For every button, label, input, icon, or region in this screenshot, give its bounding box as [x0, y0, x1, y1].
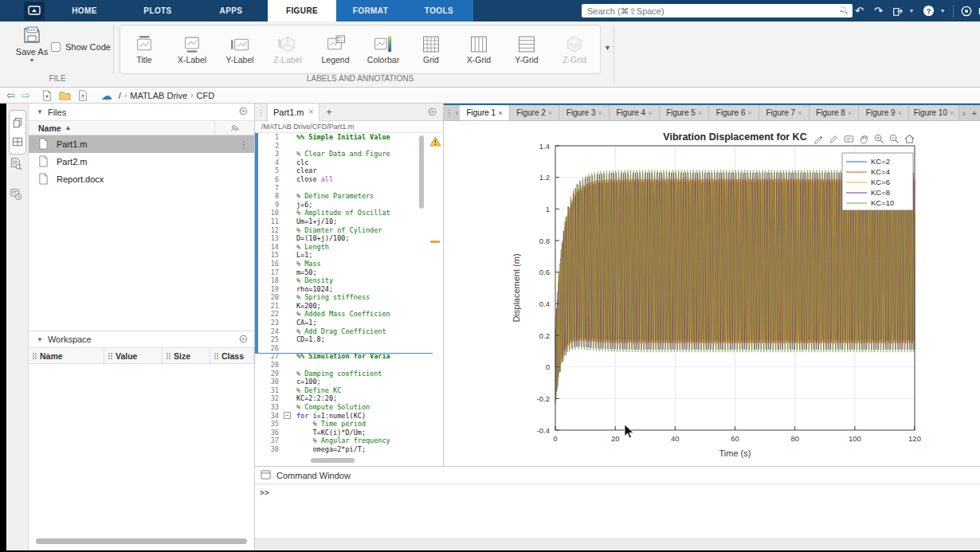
toolstrip-tab-home[interactable]: HOME [48, 0, 121, 22]
figure-tab-figure-6[interactable]: Figure 6× [709, 105, 759, 120]
panel-menu-icon[interactable] [239, 335, 248, 345]
toolstrip-tab-tools[interactable]: TOOLS [405, 0, 473, 22]
new-file-icon[interactable] [41, 90, 53, 101]
figure-tab-figure-3[interactable]: Figure 3× [559, 105, 610, 120]
checkbox-icon[interactable] [51, 42, 61, 52]
collapse-triangle-icon[interactable]: ▼ [37, 336, 43, 343]
export-caret-icon[interactable]: ▾ [910, 7, 916, 14]
code-line[interactable] [296, 344, 443, 353]
code-line[interactable]: K=200; [296, 302, 443, 311]
code-line[interactable]: c=100; [296, 378, 443, 386]
title-button[interactable]: Title [120, 35, 168, 65]
x-grid-button[interactable]: X-Grid [455, 35, 503, 65]
code-line[interactable]: % Damping coefficient [296, 370, 443, 378]
cloud-drive-icon[interactable]: ☁ [101, 89, 112, 102]
workspace-column-name[interactable]: Name [29, 348, 104, 363]
shared-column-icon[interactable] [214, 121, 254, 135]
command-window-scroll-track[interactable] [255, 538, 980, 550]
workspace-column-value[interactable]: Value [104, 348, 163, 363]
files-horizontal-scrollbar[interactable] [36, 538, 247, 544]
figure-tab-figure-2[interactable]: Figure 2× [510, 105, 560, 120]
account-icon[interactable] [959, 4, 973, 18]
layout-grid-icon[interactable] [10, 132, 25, 151]
close-icon[interactable]: × [798, 109, 802, 117]
close-icon[interactable]: × [548, 109, 552, 117]
files-panel-icon[interactable] [10, 113, 25, 132]
close-icon[interactable]: × [950, 109, 954, 117]
upload-icon[interactable] [77, 90, 88, 101]
tab-scroll-right-icon[interactable]: › [959, 105, 969, 120]
tab-scroll-left-icon[interactable]: ⋮ ‹ [444, 105, 460, 120]
breadcrumb-item[interactable]: CFD [196, 91, 214, 100]
figure-1-plot[interactable]: 020406080100120-0.4-0.200.20.40.60.811.2… [444, 127, 980, 466]
code-line[interactable]: D=(10+j)/100; [296, 234, 443, 243]
files-column-header[interactable]: Name ▲ [29, 121, 254, 135]
history-icon[interactable] [10, 188, 22, 204]
matlab-logo[interactable] [24, 2, 45, 20]
show-code-checkbox[interactable]: Show Code [51, 42, 111, 52]
files-panel-header[interactable]: ▼ Files [29, 104, 254, 121]
save-as-button[interactable]: Save As ▾ [11, 26, 53, 64]
file-search-icon[interactable] [10, 158, 22, 174]
toolstrip-tab-apps[interactable]: APPS [194, 0, 268, 22]
editor-vertical-scrollbar[interactable] [419, 135, 424, 209]
code-line[interactable] [296, 361, 443, 370]
colorbar-button[interactable]: Colorbar [359, 35, 407, 65]
close-icon[interactable]: × [498, 109, 502, 117]
code-line[interactable]: % Diamter of Cylinder [296, 226, 443, 235]
toolstrip-tab-format[interactable]: FORMAT [336, 0, 405, 22]
code-line[interactable]: % Mass [296, 260, 443, 268]
code-line[interactable]: rho=1024; [296, 285, 443, 294]
close-icon[interactable]: × [698, 109, 702, 117]
sort-ascending-icon[interactable]: ▲ [65, 124, 72, 131]
grid-button[interactable]: Grid [407, 35, 455, 65]
close-icon[interactable]: × [848, 109, 852, 117]
new-figure-tab-icon[interactable]: + [969, 105, 980, 120]
close-icon[interactable]: × [648, 109, 652, 117]
toolstrip-tab-figure[interactable]: FIGURE [268, 0, 336, 22]
figure-tab-figure-8[interactable]: Figure 8× [809, 105, 860, 120]
collapse-triangle-icon[interactable]: ▼ [37, 108, 43, 115]
code-line[interactable]: CA=1; [296, 319, 443, 327]
panel-drag-handle-icon[interactable]: ⋮ [255, 108, 267, 116]
code-fold-toggle[interactable]: − [284, 412, 291, 419]
code-line[interactable]: m=50; [296, 268, 443, 277]
close-icon[interactable]: × [748, 109, 752, 117]
figure-tab-figure-10[interactable]: Figure 10× [909, 105, 959, 120]
editor-tab-part1[interactable]: Part1.m × [267, 104, 319, 121]
y-label-button[interactable]: Y-Label [216, 35, 264, 65]
editor-horizontal-scrollbar[interactable] [311, 458, 355, 463]
code-line[interactable]: %% Simulation for Varia [296, 352, 443, 361]
code-line[interactable]: % Density [296, 276, 443, 285]
figure-tab-figure-5[interactable]: Figure 5× [660, 105, 710, 120]
code-line[interactable]: % Spring stiffness [296, 293, 443, 302]
figure-tab-figure-1[interactable]: Figure 1× [460, 105, 510, 120]
gallery-caret-icon[interactable]: ▼ [604, 44, 611, 52]
export-icon[interactable] [891, 4, 904, 18]
code-line[interactable]: KC=2:2:20; [296, 394, 443, 403]
toolstrip-tab-plots[interactable]: PLOTS [121, 0, 194, 22]
command-prompt[interactable]: >> [255, 484, 980, 497]
file-row-part2.m[interactable]: Part2.m [29, 153, 254, 170]
legend-button[interactable]: Legend [312, 35, 359, 65]
code-line[interactable]: for i=1:numel(KC) [296, 412, 443, 421]
new-tab-button[interactable]: + [326, 106, 332, 118]
code-line[interactable]: T=KC(i)*D/Um; [296, 429, 443, 437]
open-folder-icon[interactable] [59, 90, 71, 100]
workspace-column-class[interactable]: Class [210, 348, 254, 363]
row-menu-icon[interactable]: ⋮ [240, 140, 248, 149]
code-line[interactable]: Um=1+j/10; [296, 217, 443, 226]
help-caret-icon[interactable]: ▾ [941, 7, 947, 14]
code-line[interactable]: % Added Mass Coefficien [296, 310, 443, 319]
figure-tab-figure-9[interactable]: Figure 9× [859, 105, 909, 120]
command-window-header[interactable]: Command Window [255, 467, 980, 484]
warning-marker[interactable] [430, 241, 440, 243]
warning-icon[interactable] [429, 135, 441, 150]
back-icon[interactable]: ⇦ [6, 89, 15, 101]
workspace-column-size[interactable]: Size [163, 348, 210, 363]
x-label-button[interactable]: X-Label [168, 35, 216, 65]
file-row-part1.m[interactable]: Part1.m⋮ [29, 135, 254, 153]
code-line[interactable]: % Time period [296, 420, 443, 429]
close-icon[interactable]: × [309, 108, 314, 116]
code-line[interactable]: CD=1.8; [296, 335, 443, 344]
